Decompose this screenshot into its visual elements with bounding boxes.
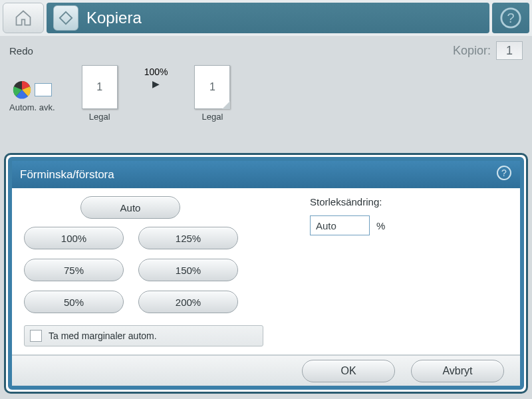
preset-label: 200% <box>176 297 201 308</box>
dialog-title: Förminska/förstora <box>20 168 114 182</box>
preset-auto-label: Auto <box>120 202 141 213</box>
arrow-right-icon: ▶ <box>152 78 160 89</box>
checkbox-box-icon <box>30 330 42 342</box>
start-button[interactable] <box>53 5 78 31</box>
preset-150-button[interactable]: 150% <box>138 259 238 281</box>
dest-size-label: Legal <box>202 112 223 122</box>
reduce-enlarge-dialog: Förminska/förstora ? Auto 100% 125% 75 <box>4 153 528 394</box>
home-icon <box>14 9 33 27</box>
help-icon: ? <box>499 7 522 29</box>
percent-symbol: % <box>376 220 385 231</box>
preset-50-button[interactable]: 50% <box>24 291 124 313</box>
copies-input[interactable]: 1 <box>496 41 523 60</box>
scale-indicator: 100% ▶ <box>144 66 168 89</box>
preset-200-button[interactable]: 200% <box>138 291 238 313</box>
help-icon: ? <box>496 165 512 181</box>
preset-label: 125% <box>176 233 201 244</box>
preset-label: 50% <box>64 297 84 308</box>
preset-auto-button[interactable]: Auto <box>80 196 180 219</box>
dest-page-thumb[interactable]: 1 <box>194 65 230 109</box>
svg-text:?: ? <box>501 168 507 178</box>
copies-label: Kopior: <box>453 44 491 58</box>
cancel-label: Avbryt <box>442 365 472 377</box>
dest-page-number: 1 <box>209 81 215 93</box>
start-diamond-icon <box>59 11 73 25</box>
source-size-label: Legal <box>89 112 110 122</box>
home-button[interactable] <box>3 3 44 33</box>
svg-text:?: ? <box>507 11 514 25</box>
source-page-thumb[interactable]: 1 <box>82 65 118 109</box>
resize-label: Storleksändring: <box>310 196 385 207</box>
resize-input[interactable]: Auto <box>310 215 370 235</box>
color-mode-icon <box>12 80 32 100</box>
page-title: Kopiera <box>86 9 142 27</box>
ok-label: OK <box>340 365 356 377</box>
preset-label: 150% <box>176 265 201 276</box>
resize-value: Auto <box>316 220 336 231</box>
color-duplex-control[interactable] <box>12 80 52 100</box>
cancel-button[interactable]: Avbryt <box>411 360 504 382</box>
preset-125-button[interactable]: 125% <box>138 227 238 249</box>
copies-value: 1 <box>506 44 513 58</box>
dialog-help-button[interactable]: ? <box>496 165 512 184</box>
source-page-number: 1 <box>96 81 102 93</box>
help-button-top[interactable]: ? <box>492 3 529 33</box>
preset-100-button[interactable]: 100% <box>24 227 124 249</box>
color-mode-label: Autom. avk. <box>9 102 55 112</box>
status-text: Redo <box>9 45 33 57</box>
include-margins-label: Ta med marginaler autom. <box>49 331 157 341</box>
include-margins-checkbox[interactable]: Ta med marginaler autom. <box>24 325 263 346</box>
title-bar: Kopiera <box>47 3 489 33</box>
preset-75-button[interactable]: 75% <box>24 259 124 281</box>
preset-label: 75% <box>64 265 84 276</box>
preset-label: 100% <box>61 233 86 244</box>
scale-value: 100% <box>144 66 168 77</box>
duplex-icon <box>35 83 52 96</box>
ok-button[interactable]: OK <box>302 360 395 382</box>
